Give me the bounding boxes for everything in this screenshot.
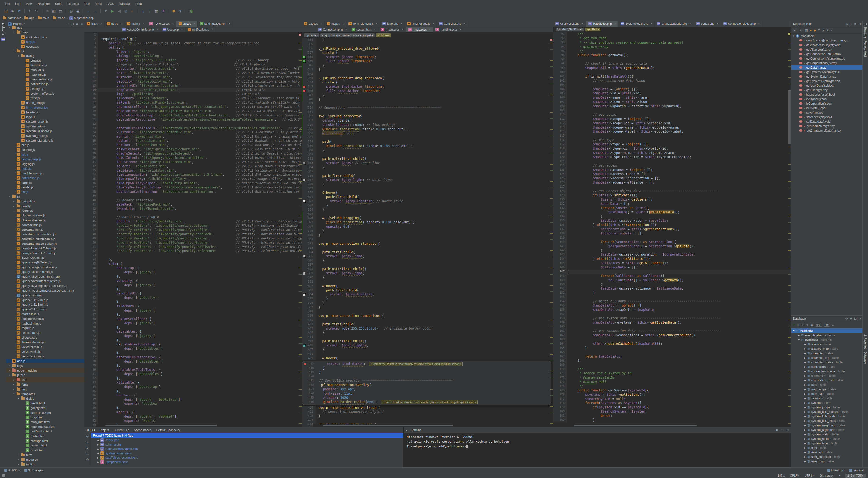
code-line[interactable]: 346 fill: $red-darker !important; — [302, 89, 553, 93]
code-line[interactable]: 82 }, — [85, 376, 302, 381]
menu-navigate[interactable]: Navigate — [35, 1, 52, 6]
todo-file[interactable]: ▸JSsystem_signature.js — [91, 451, 403, 456]
code-line[interactable]: 178 foreach($systems as $system){ — [553, 401, 791, 405]
line-number[interactable]: 178 — [553, 401, 567, 405]
code-line[interactable]: 147 — [553, 269, 791, 274]
schema-item[interactable]: ▸▤eve_phoebe: schema — [791, 333, 863, 338]
tree-row[interactable]: JScounter.js — [6, 148, 85, 152]
line-number[interactable]: 386 — [302, 258, 315, 263]
line-number[interactable]: 61 — [85, 287, 98, 291]
structure-toolbar-icon[interactable]: » — [831, 29, 832, 32]
line-number[interactable]: 385 — [302, 254, 315, 258]
line-number[interactable]: 74 — [85, 342, 98, 347]
line-number[interactable]: 164 — [553, 342, 567, 346]
code-line[interactable]: 32 select2: 'lib/select2.min', // v4.0.0… — [85, 164, 302, 168]
synchronize-icon[interactable]: ⟳ — [16, 8, 22, 14]
code-line[interactable]: 62 velocityUI: { — [85, 291, 302, 296]
code-line[interactable]: 71 datatables: { — [85, 329, 302, 334]
code-line[interactable]: 340 } — [302, 63, 553, 68]
code-line[interactable]: 48 'pnotify.nonblock': 'lib/pnotify/pnot… — [85, 232, 302, 236]
line-number[interactable]: 8 — [85, 62, 98, 67]
line-number[interactable]: 111 — [553, 117, 567, 121]
menu-file[interactable]: File — [2, 1, 12, 6]
code-line[interactable]: 104 $mapData = (object) []; — [553, 87, 791, 92]
database-header-icon[interactable]: ☸ — [850, 317, 852, 320]
code-line[interactable]: 360 } — [302, 148, 553, 153]
tree-chevron-icon[interactable]: ▸ — [8, 369, 11, 372]
scrollbar-thumb[interactable] — [788, 90, 791, 144]
code-line[interactable]: 2requirejs.config({ — [85, 37, 302, 41]
code-line[interactable]: 350// Connections ======================… — [302, 106, 553, 110]
line-number[interactable]: 391 — [302, 280, 315, 284]
line-number[interactable]: 346 — [302, 89, 315, 93]
code-line[interactable]: 56 bootstrap: { — [85, 266, 302, 270]
tree-row[interactable]: JSjquery.mCustomScrollbar.concat.min.js — [6, 288, 85, 293]
menu-vcs[interactable]: VCS — [105, 1, 117, 6]
table-item[interactable]: ▸▦system: table — [791, 401, 863, 405]
code-area[interactable]: 12requirejs.config({3 baseUrl: 'js', // … — [85, 33, 302, 427]
tree-row[interactable]: 5notification.html — [6, 429, 85, 434]
tab-util.js[interactable]: JSutil.js✕ — [104, 21, 125, 27]
tree-row[interactable]: 5settings.html — [6, 438, 85, 443]
code-line[interactable]: 78 deps: ['datatables'] — [85, 359, 302, 364]
tree-row[interactable]: JSTweenLite.min.js — [6, 340, 85, 345]
tab-Controller.php[interactable]: phpController.php✕ — [437, 21, 468, 27]
line-number[interactable]: 135 — [553, 219, 567, 223]
code-line[interactable]: 337 circle { — [302, 51, 553, 55]
code-line[interactable]: 366 path:first-child{ — [302, 174, 553, 178]
code-line[interactable]: 134 } — [553, 214, 791, 219]
tab-SystemModel.php[interactable]: phpSystemModel.php✕ — [618, 21, 655, 27]
tab-landingpage.js[interactable]: JSlandingpage.js✕ — [405, 21, 437, 27]
line-number[interactable]: 73 — [85, 338, 98, 342]
line-number[interactable]: 374 — [302, 208, 315, 212]
code-line[interactable]: 136 } elseif($this->isCorporation()){ — [553, 223, 791, 227]
tree-chevron-icon[interactable]: ▾ — [17, 55, 20, 57]
tab-User.php[interactable]: phpUser.php✕ — [161, 27, 186, 32]
code-line[interactable]: 152 } — [553, 291, 791, 295]
line-number[interactable]: 157 — [553, 312, 567, 316]
line-number[interactable]: 84 — [85, 385, 98, 389]
tab-page.js[interactable]: JSpage.js✕ — [302, 21, 324, 27]
code-line[interactable]: 123 $mapData->access = (object) []; — [553, 168, 791, 172]
tree-row[interactable]: JSjquery.easypiechart.min.js — [6, 265, 85, 269]
method-item[interactable]: ▴save():mixed — [791, 110, 863, 115]
code-line[interactable]: 63 deps: ['velocity'] — [85, 296, 302, 300]
database-toolbar-icon[interactable]: ▦ — [811, 323, 813, 327]
menu-refactor[interactable]: Refactor — [65, 1, 82, 6]
line-number[interactable]: 13 — [85, 84, 98, 88]
line-number[interactable]: 151 — [553, 286, 567, 291]
close-tab-icon[interactable]: ✕ — [211, 28, 213, 31]
line-number[interactable]: 101 — [553, 74, 567, 79]
line-number[interactable]: 117 — [553, 142, 567, 147]
method-item[interactable]: ▴clearAccess([clearKeys : array = — [791, 38, 863, 43]
tree-row[interactable]: JSmodule_map.js — [6, 171, 85, 176]
tree-row[interactable]: JSapp.js — [6, 359, 85, 363]
code-line[interactable]: 389 stroke: $gray-light; — [302, 271, 553, 276]
tree-row[interactable]: JSlogo.js — [6, 115, 85, 119]
line-number[interactable]: 451 — [303, 379, 316, 383]
line-number[interactable]: 130 — [553, 197, 567, 202]
line-number[interactable]: 89 — [85, 406, 98, 410]
code-line[interactable]: 20 datatablesBootstrap: 'lib/datatables/… — [85, 113, 302, 118]
tree-row[interactable]: JSjump_info.js — [6, 63, 85, 68]
line-number[interactable]: 349 — [302, 101, 315, 106]
code-line[interactable]: 100 — [553, 70, 791, 74]
code-line[interactable]: 362 path:not(:first-child){ — [302, 157, 553, 161]
tool-stripe-7-structure[interactable]: 7: Structure — [864, 23, 867, 38]
code-line[interactable]: 364 } — [302, 165, 553, 169]
tree-row[interactable]: JSjquery.dragToSelect.js — [6, 260, 85, 265]
line-number[interactable]: 57 — [85, 270, 98, 275]
line-number[interactable]: 158 — [553, 316, 567, 321]
code-line[interactable]: 375 — [302, 212, 553, 216]
line-number[interactable]: 20 — [85, 113, 98, 118]
tree-row[interactable]: JSbootstrap-image-gallery.js — [6, 242, 85, 246]
line-number[interactable]: 402 — [302, 326, 315, 331]
code-line[interactable]: 139 — [553, 236, 791, 240]
tree-row[interactable]: ▾lib — [6, 194, 85, 199]
tree-row[interactable]: ▸form — [6, 453, 85, 457]
line-number[interactable]: 382 — [302, 242, 315, 246]
horizontal-scrollbar[interactable] — [565, 424, 787, 427]
line-number[interactable]: 389 — [302, 271, 315, 276]
line-number[interactable]: 162 — [553, 333, 567, 338]
code-line[interactable]: 28 easyPieChart: 'lib/jquery.easypiechar… — [85, 147, 302, 152]
